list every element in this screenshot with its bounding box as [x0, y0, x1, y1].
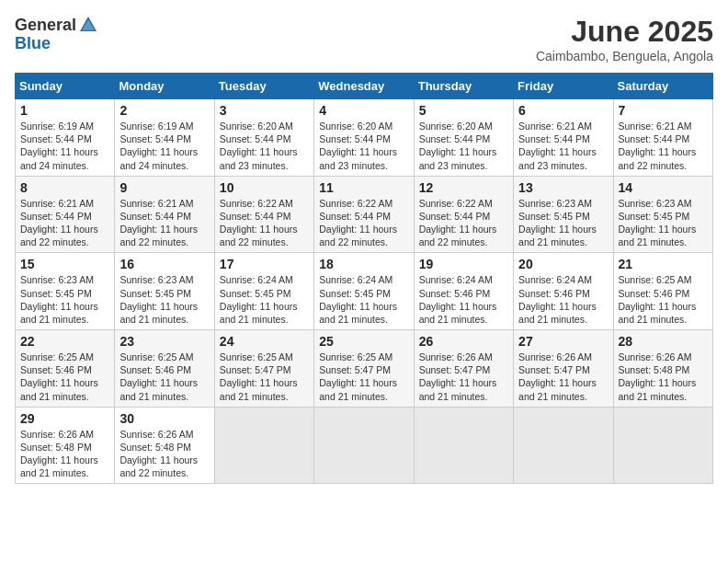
day-number: 20 [518, 257, 608, 271]
calendar-cell: 28Sunrise: 6:26 AMSunset: 5:48 PMDayligh… [613, 330, 712, 408]
cell-info: Sunrise: 6:23 AMSunset: 5:45 PMDaylight:… [619, 197, 708, 249]
day-number: 17 [220, 257, 309, 271]
cell-info: Sunrise: 6:19 AMSunset: 5:44 PMDaylight:… [119, 120, 209, 172]
day-number: 6 [518, 103, 608, 118]
week-row-3: 15Sunrise: 6:23 AMSunset: 5:45 PMDayligh… [16, 253, 713, 330]
calendar-cell: 15Sunrise: 6:23 AMSunset: 5:45 PMDayligh… [16, 253, 115, 330]
week-row-1: 1Sunrise: 6:19 AMSunset: 5:44 PMDaylight… [16, 99, 713, 177]
day-number: 22 [20, 334, 109, 349]
calendar-cell: 18Sunrise: 6:24 AMSunset: 5:45 PMDayligh… [314, 253, 414, 330]
calendar-cell: 26Sunrise: 6:26 AMSunset: 5:47 PMDayligh… [414, 330, 513, 408]
cell-info: Sunrise: 6:25 AMSunset: 5:46 PMDaylight:… [20, 350, 109, 403]
calendar-cell: 23Sunrise: 6:25 AMSunset: 5:46 PMDayligh… [115, 330, 214, 408]
calendar-cell [613, 407, 712, 484]
day-number: 10 [220, 180, 309, 195]
title-area: June 2025 Caimbambo, Benguela, Angola [536, 15, 713, 63]
day-number: 14 [619, 180, 708, 195]
calendar-cell: 9Sunrise: 6:21 AMSunset: 5:44 PMDaylight… [115, 176, 214, 253]
cell-info: Sunrise: 6:20 AMSunset: 5:44 PMDaylight:… [419, 120, 508, 172]
cell-info: Sunrise: 6:22 AMSunset: 5:44 PMDaylight:… [220, 197, 309, 249]
calendar-cell: 14Sunrise: 6:23 AMSunset: 5:45 PMDayligh… [613, 176, 712, 253]
calendar-cell: 1Sunrise: 6:19 AMSunset: 5:44 PMDaylight… [16, 99, 115, 177]
calendar-cell [314, 407, 414, 484]
logo: General Blue [15, 15, 98, 52]
location-title: Caimbambo, Benguela, Angola [536, 49, 713, 63]
day-number: 18 [319, 257, 408, 271]
calendar-cell: 30Sunrise: 6:26 AMSunset: 5:48 PMDayligh… [115, 407, 214, 484]
day-number: 24 [220, 334, 309, 349]
calendar-cell: 5Sunrise: 6:20 AMSunset: 5:44 PMDaylight… [414, 99, 513, 177]
day-number: 1 [20, 103, 109, 118]
cell-info: Sunrise: 6:26 AMSunset: 5:48 PMDaylight:… [20, 428, 109, 480]
cell-info: Sunrise: 6:22 AMSunset: 5:44 PMDaylight:… [419, 197, 508, 249]
weekday-tuesday: Tuesday [214, 74, 313, 99]
calendar-cell [414, 407, 513, 484]
calendar: SundayMondayTuesdayWednesdayThursdayFrid… [15, 73, 713, 484]
day-number: 26 [419, 334, 508, 349]
weekday-friday: Friday [514, 74, 613, 99]
cell-info: Sunrise: 6:19 AMSunset: 5:44 PMDaylight:… [20, 120, 109, 172]
day-number: 4 [319, 103, 408, 118]
day-number: 19 [419, 257, 508, 271]
cell-info: Sunrise: 6:26 AMSunset: 5:47 PMDaylight:… [419, 350, 508, 403]
weekday-sunday: Sunday [16, 74, 115, 99]
cell-info: Sunrise: 6:24 AMSunset: 5:46 PMDaylight:… [419, 273, 508, 326]
calendar-cell [514, 407, 613, 484]
weekday-thursday: Thursday [414, 74, 513, 99]
cell-info: Sunrise: 6:24 AMSunset: 5:46 PMDaylight:… [518, 273, 608, 326]
cell-info: Sunrise: 6:20 AMSunset: 5:44 PMDaylight:… [220, 120, 309, 172]
cell-info: Sunrise: 6:21 AMSunset: 5:44 PMDaylight:… [119, 197, 209, 249]
cell-info: Sunrise: 6:21 AMSunset: 5:44 PMDaylight:… [619, 120, 708, 172]
calendar-cell: 10Sunrise: 6:22 AMSunset: 5:44 PMDayligh… [214, 176, 313, 253]
day-number: 23 [119, 334, 209, 349]
cell-info: Sunrise: 6:23 AMSunset: 5:45 PMDaylight:… [119, 273, 209, 326]
day-number: 11 [319, 180, 408, 195]
calendar-cell: 16Sunrise: 6:23 AMSunset: 5:45 PMDayligh… [115, 253, 214, 330]
day-number: 8 [20, 180, 109, 195]
weekday-header-row: SundayMondayTuesdayWednesdayThursdayFrid… [16, 74, 713, 99]
day-number: 13 [518, 180, 608, 195]
calendar-cell: 17Sunrise: 6:24 AMSunset: 5:45 PMDayligh… [214, 253, 313, 330]
calendar-cell: 2Sunrise: 6:19 AMSunset: 5:44 PMDaylight… [115, 99, 214, 177]
header: General Blue June 2025 Caimbambo, Bengue… [15, 15, 713, 63]
cell-info: Sunrise: 6:25 AMSunset: 5:46 PMDaylight:… [119, 350, 209, 403]
cell-info: Sunrise: 6:23 AMSunset: 5:45 PMDaylight:… [518, 197, 608, 249]
day-number: 12 [419, 180, 508, 195]
logo-blue-text: Blue [15, 34, 51, 52]
calendar-cell: 27Sunrise: 6:26 AMSunset: 5:47 PMDayligh… [514, 330, 613, 408]
calendar-cell: 22Sunrise: 6:25 AMSunset: 5:46 PMDayligh… [16, 330, 115, 408]
calendar-cell: 24Sunrise: 6:25 AMSunset: 5:47 PMDayligh… [214, 330, 313, 408]
cell-info: Sunrise: 6:24 AMSunset: 5:45 PMDaylight:… [220, 273, 309, 326]
calendar-cell: 7Sunrise: 6:21 AMSunset: 5:44 PMDaylight… [613, 99, 712, 177]
calendar-cell: 8Sunrise: 6:21 AMSunset: 5:44 PMDaylight… [16, 176, 115, 253]
day-number: 16 [119, 257, 209, 271]
calendar-cell: 13Sunrise: 6:23 AMSunset: 5:45 PMDayligh… [514, 176, 613, 253]
day-number: 25 [319, 334, 408, 349]
weekday-saturday: Saturday [613, 74, 712, 99]
day-number: 2 [119, 103, 209, 118]
calendar-cell: 12Sunrise: 6:22 AMSunset: 5:44 PMDayligh… [414, 176, 513, 253]
cell-info: Sunrise: 6:26 AMSunset: 5:48 PMDaylight:… [619, 350, 708, 403]
calendar-cell: 3Sunrise: 6:20 AMSunset: 5:44 PMDaylight… [214, 99, 313, 177]
calendar-cell: 25Sunrise: 6:25 AMSunset: 5:47 PMDayligh… [314, 330, 414, 408]
calendar-cell: 11Sunrise: 6:22 AMSunset: 5:44 PMDayligh… [314, 176, 414, 253]
cell-info: Sunrise: 6:22 AMSunset: 5:44 PMDaylight:… [319, 197, 408, 249]
cell-info: Sunrise: 6:20 AMSunset: 5:44 PMDaylight:… [319, 120, 408, 172]
week-row-5: 29Sunrise: 6:26 AMSunset: 5:48 PMDayligh… [16, 407, 713, 484]
logo-general-text: General [15, 17, 76, 33]
cell-info: Sunrise: 6:24 AMSunset: 5:45 PMDaylight:… [319, 273, 408, 326]
day-number: 21 [619, 257, 708, 271]
calendar-cell: 29Sunrise: 6:26 AMSunset: 5:48 PMDayligh… [16, 407, 115, 484]
calendar-cell [214, 407, 313, 484]
logo-icon [78, 15, 98, 35]
cell-info: Sunrise: 6:23 AMSunset: 5:45 PMDaylight:… [20, 273, 109, 326]
calendar-cell: 6Sunrise: 6:21 AMSunset: 5:44 PMDaylight… [514, 99, 613, 177]
month-title: June 2025 [536, 15, 713, 49]
calendar-cell: 21Sunrise: 6:25 AMSunset: 5:46 PMDayligh… [613, 253, 712, 330]
day-number: 9 [119, 180, 209, 195]
calendar-cell: 20Sunrise: 6:24 AMSunset: 5:46 PMDayligh… [514, 253, 613, 330]
weekday-monday: Monday [115, 74, 214, 99]
day-number: 29 [20, 411, 109, 426]
day-number: 7 [619, 103, 708, 118]
day-number: 15 [20, 257, 109, 271]
